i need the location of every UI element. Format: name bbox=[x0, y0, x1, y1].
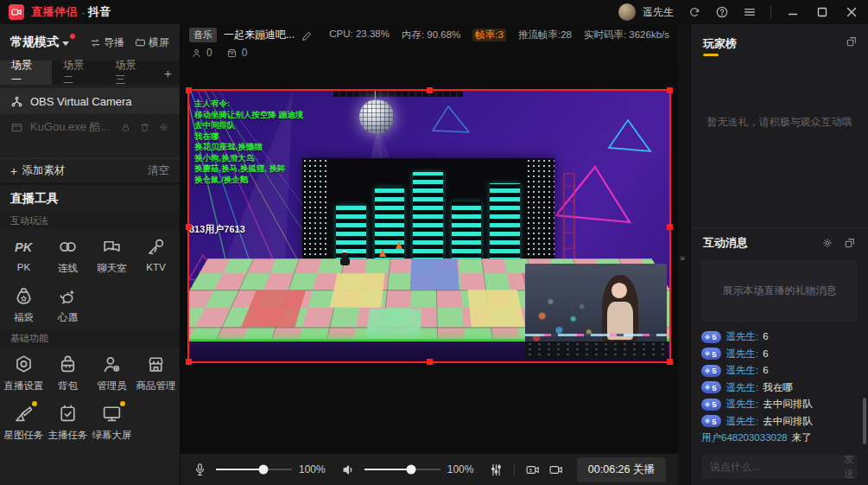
clear-button[interactable]: 清空 bbox=[148, 163, 169, 178]
live-preview-video: 主人有令:移动坐骑让别人按空降 蹦迪境去中间排队我在哪换花贝座驾,换懒猫换小狗,… bbox=[189, 91, 669, 361]
stat-label: CPU: bbox=[329, 29, 356, 39]
camera-icon[interactable] bbox=[548, 463, 563, 477]
tool-button[interactable]: KTV bbox=[134, 236, 178, 275]
source-row[interactable]: KuGou.exe 酷... bbox=[0, 114, 180, 140]
send-button[interactable]: 发送 bbox=[844, 452, 854, 482]
mic-icon bbox=[145, 236, 167, 258]
game-chat-line: 换花贝座驾,换懒猫 bbox=[194, 142, 303, 152]
tool-button[interactable]: 管理员 bbox=[90, 354, 134, 392]
tool-button[interactable]: 星图任务 bbox=[2, 403, 46, 442]
gear-icon[interactable] bbox=[821, 237, 833, 249]
tool-button[interactable]: 背包 bbox=[46, 354, 90, 392]
tool-button[interactable]: 聊天室 bbox=[90, 236, 134, 275]
level-value: 5 bbox=[712, 381, 716, 394]
chat-text: 6 bbox=[763, 330, 768, 343]
popout-icon[interactable] bbox=[844, 237, 856, 249]
led-dot-panel bbox=[302, 158, 330, 271]
messages-header: 互动消息 bbox=[691, 228, 868, 258]
chat-input[interactable] bbox=[710, 461, 844, 473]
resize-handle-ml[interactable] bbox=[186, 224, 192, 230]
game-chat-line: 换仓鼠,/换企鹅 bbox=[194, 175, 303, 185]
webcam-overlay[interactable] bbox=[525, 264, 667, 359]
settings-icon bbox=[13, 354, 35, 375]
help-icon[interactable] bbox=[715, 5, 729, 19]
tool-button[interactable]: 连线 bbox=[46, 236, 90, 275]
preview-selection[interactable]: 主人有令:移动坐骑让别人按空降 蹦迪境去中间排队我在哪换花贝座驾,换懒猫换小狗,… bbox=[187, 89, 671, 363]
gem-icon: ◆ bbox=[705, 334, 710, 341]
stat-value: 3626kb/s bbox=[629, 29, 669, 40]
chat-username: 遥先生: bbox=[725, 348, 758, 361]
resize-handle-mr[interactable] bbox=[667, 224, 673, 230]
resize-handle-tr[interactable] bbox=[667, 87, 673, 93]
speaker-volume-value: 100% bbox=[447, 463, 474, 475]
mic-volume-knob[interactable] bbox=[258, 465, 268, 475]
user-avatar[interactable] bbox=[618, 3, 636, 21]
notification-dot bbox=[70, 34, 75, 39]
scene-tab[interactable]: 场景一 bbox=[0, 61, 52, 85]
trash-icon[interactable] bbox=[139, 122, 150, 133]
gear-icon[interactable] bbox=[158, 122, 169, 133]
tool-button[interactable]: 主播任务 bbox=[46, 403, 90, 442]
badge-dot bbox=[120, 401, 125, 406]
close-button[interactable] bbox=[844, 4, 859, 20]
add-material-button[interactable]: + 添加素材 bbox=[10, 163, 65, 178]
minimize-button[interactable] bbox=[785, 4, 801, 20]
resize-handle-tm[interactable] bbox=[427, 87, 433, 93]
gem-icon: ◆ bbox=[705, 367, 710, 374]
username-label[interactable]: 遥先生 bbox=[643, 5, 674, 20]
resize-handle-bl[interactable] bbox=[186, 359, 192, 365]
collapse-panel-handle[interactable]: » bbox=[680, 252, 685, 263]
tool-button[interactable]: 商品管理 bbox=[134, 354, 178, 392]
dj-console bbox=[525, 341, 667, 359]
maximize-button[interactable] bbox=[814, 4, 830, 20]
chat-message: ◆5 遥先生: 去中间排队 bbox=[701, 415, 858, 428]
source-row[interactable]: OBS Virtual Camera bbox=[0, 88, 180, 114]
resize-handle-tl[interactable] bbox=[186, 87, 192, 93]
tool-label: 福袋 bbox=[14, 311, 34, 324]
gem-icon: ◆ bbox=[705, 350, 710, 357]
tool-label: 心愿 bbox=[58, 311, 78, 324]
clip-camera-icon[interactable]: 5 bbox=[525, 463, 540, 477]
luckybag-icon bbox=[13, 285, 35, 307]
stat-label: 推流帧率: bbox=[518, 29, 561, 40]
audio-mixer-icon[interactable] bbox=[489, 463, 504, 477]
menu-icon[interactable] bbox=[743, 5, 757, 19]
interactive-group-label: 互动玩法 bbox=[0, 212, 180, 229]
tool-button[interactable]: 绿幕大屏 bbox=[90, 403, 134, 442]
stat-item: 推流帧率:28 bbox=[518, 29, 572, 41]
resize-handle-br[interactable] bbox=[667, 359, 673, 365]
refresh-icon[interactable] bbox=[687, 5, 701, 19]
chat-scrollbar[interactable] bbox=[863, 398, 866, 444]
stat-item: 帧率:3 bbox=[472, 29, 506, 41]
stat-value: 3 bbox=[498, 29, 504, 40]
landscape-button[interactable]: 横屏 bbox=[135, 35, 169, 50]
scene-tab[interactable]: 场景二 bbox=[52, 61, 104, 85]
greenscreen-icon bbox=[101, 403, 123, 424]
tab-leaderboard[interactable]: 玩家榜 bbox=[703, 36, 737, 52]
svg-text:5: 5 bbox=[529, 468, 532, 472]
edit-pencil-icon[interactable] bbox=[301, 29, 313, 41]
tool-button[interactable]: PK PK bbox=[2, 236, 46, 275]
mode-dropdown[interactable]: 常规模式 bbox=[10, 35, 69, 50]
speaker-volume-slider[interactable] bbox=[364, 469, 440, 470]
app-title: 直播伴侣 bbox=[31, 4, 78, 20]
tool-button[interactable]: 心愿 bbox=[46, 285, 90, 324]
game-avatar bbox=[340, 251, 350, 265]
gem-icon: ◆ bbox=[705, 401, 710, 408]
tools-section-title: 直播工具 bbox=[0, 182, 180, 212]
mic-volume-slider[interactable] bbox=[216, 469, 292, 470]
scene-tab[interactable]: 场景三 bbox=[105, 61, 156, 85]
director-button[interactable]: 导播 bbox=[90, 35, 124, 50]
microphone-icon[interactable] bbox=[193, 463, 207, 477]
tool-button[interactable]: 福袋 bbox=[2, 285, 46, 324]
tool-button[interactable]: 直播设置 bbox=[2, 354, 46, 392]
level-badge: ◆5 bbox=[701, 331, 721, 343]
add-scene-button[interactable]: + bbox=[156, 61, 180, 85]
stop-stream-button[interactable]: 00:06:26 关播 bbox=[577, 457, 666, 482]
speaker-volume-knob[interactable] bbox=[407, 465, 416, 475]
popout-icon[interactable] bbox=[846, 35, 858, 48]
window-icon bbox=[10, 121, 23, 134]
lock-icon[interactable] bbox=[120, 122, 131, 133]
speaker-icon[interactable] bbox=[341, 463, 356, 477]
resize-handle-bm[interactable] bbox=[427, 359, 433, 365]
